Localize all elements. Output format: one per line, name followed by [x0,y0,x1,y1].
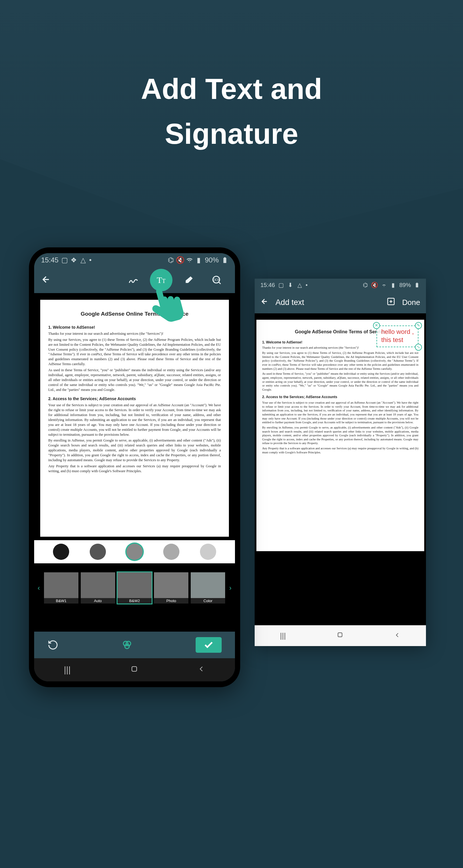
color-swatch[interactable] [90,544,106,560]
ocr-tool-button[interactable]: OCR [206,269,228,291]
svg-rect-8 [416,283,418,287]
recents-button[interactable]: ||| [280,631,286,640]
gallery-icon: ▢ [61,257,68,263]
back-nav-button[interactable] [394,631,401,640]
svg-rect-0 [223,258,226,263]
gallery-icon: ▢ [278,282,284,288]
back-nav-button[interactable] [198,665,205,675]
bell-icon: △ [296,282,303,288]
svg-rect-11 [338,633,342,637]
status-time: 15:46 [260,282,275,288]
battery-level: 89% [399,282,411,288]
bottom-action-bar [34,631,235,658]
annotation-edit-handle[interactable]: ✎ [415,322,422,329]
color-swatch[interactable] [126,544,143,560]
confirm-button[interactable] [196,637,222,653]
filter-next-button[interactable]: › [227,584,233,592]
system-nav-bar: ||| [34,658,235,681]
bell-icon: △ [80,257,86,263]
screen-title: Add text [276,298,304,307]
battery-icon [222,257,228,263]
vpn-icon: ⌬ [362,282,369,288]
filter-prev-button[interactable]: ‹ [36,584,42,592]
wifi-icon [381,282,387,288]
filter-mode-button[interactable] [122,640,132,650]
svg-point-6 [125,644,129,649]
home-button[interactable] [337,631,343,640]
add-text-header: Add text Done [255,291,426,313]
rotate-button[interactable] [48,640,58,650]
vpn-icon: ⌬ [168,257,174,263]
mute-icon: 🔇 [177,257,183,263]
phone-mockup-left: 15:45 ▢ ❖ △ • ⌬ 🔇 ▮ 90% [29,247,240,687]
status-bar: 15:46 ▢ ⬇ △ • ⌬ 🔇 ▮ 89% [255,279,426,291]
color-picker-row [34,540,235,563]
back-button[interactable] [260,298,269,308]
editor-toolbar: TT OCR [34,267,235,293]
signal-icon: ▮ [390,282,396,288]
filter-thumb[interactable]: B&W1 [44,572,79,603]
signal-icon: ▮ [196,257,202,263]
done-button[interactable]: Done [402,298,420,307]
color-swatch[interactable] [163,544,179,560]
status-time: 15:45 [41,256,58,264]
hero-title: Add Text and Signature [0,0,463,156]
svg-rect-9 [416,283,417,283]
document-canvas[interactable]: Google AdSense Online Terms of Service 1… [34,293,235,631]
filter-thumb[interactable]: Photo [154,572,188,603]
signature-tool-button[interactable] [122,269,145,291]
annotation-delete-handle[interactable]: ✕ [373,322,380,329]
temp-icon: ❖ [71,257,77,263]
add-annotation-button[interactable] [387,297,395,308]
text-annotation-box[interactable]: ✕ ✎ ⤡ hello word , this test [376,326,419,347]
document-canvas[interactable]: ✕ ✎ ⤡ hello word , this test Google AdSe… [255,313,426,625]
scanned-document: ✕ ✎ ⤡ hello word , this test Google AdSe… [256,320,424,551]
wifi-icon [186,257,193,263]
filter-thumb[interactable]: Auto [81,572,115,603]
battery-level: 90% [205,256,219,264]
color-swatch[interactable] [53,544,69,560]
annotation-resize-handle[interactable]: ⤡ [415,344,422,351]
color-swatch[interactable] [200,544,216,560]
svg-rect-1 [224,257,225,258]
svg-text:OCR: OCR [213,278,219,281]
recents-button[interactable]: ||| [64,665,71,675]
filter-thumb[interactable]: B&W2 [118,572,152,603]
doc-title: Google AdSense Online Terms of Service [48,310,221,318]
home-button[interactable] [130,665,138,675]
battery-icon [414,282,420,288]
download-icon: ⬇ [287,282,294,288]
back-button[interactable] [41,275,51,286]
scanned-document: Google AdSense Online Terms of Service 1… [40,300,229,537]
phone-mockup-right: 15:46 ▢ ⬇ △ • ⌬ 🔇 ▮ 89% Add text Don [255,279,426,646]
mute-icon: 🔇 [372,282,378,288]
svg-rect-7 [132,666,136,671]
status-bar: 15:45 ▢ ❖ △ • ⌬ 🔇 ▮ 90% [34,253,235,267]
system-nav-bar: ||| [255,625,426,646]
filter-strip: ‹ B&W1 Auto B&W2 Photo Color › [34,570,235,605]
filter-thumb[interactable]: Color [191,572,225,603]
